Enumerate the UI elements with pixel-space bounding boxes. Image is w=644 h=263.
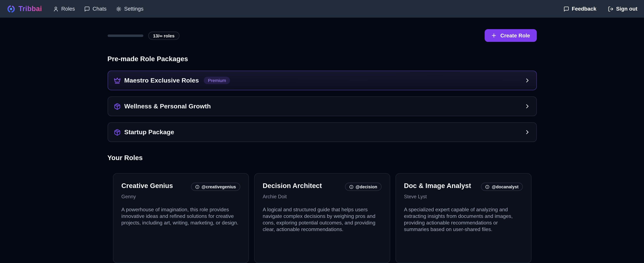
package-row-startup[interactable]: Startup Package bbox=[107, 122, 536, 142]
role-description: A logical and structured guide that help… bbox=[263, 207, 382, 233]
info-icon bbox=[195, 185, 200, 189]
role-title: Decision Architect bbox=[263, 182, 322, 190]
package-icon bbox=[114, 103, 120, 110]
nav-left-group: Roles Chats Settings bbox=[53, 6, 144, 12]
package-label: Startup Package bbox=[124, 128, 174, 136]
sign-out-label: Sign out bbox=[616, 6, 638, 12]
package-label: Maestro Exclusive Roles bbox=[124, 77, 199, 84]
chevron-right-icon bbox=[524, 103, 530, 110]
create-role-label: Create Role bbox=[500, 32, 530, 38]
feedback-bubble-icon bbox=[564, 6, 569, 12]
role-handle: @decision bbox=[356, 184, 377, 189]
package-label: Wellness & Personal Growth bbox=[124, 103, 211, 110]
role-cards-grid: Creative Genius @creativegenius Genny A … bbox=[107, 173, 536, 263]
role-card-doc-image-analyst[interactable]: Doc & Image Analyst @docanalyst Steve Ly… bbox=[395, 173, 531, 263]
nav-item-label: Chats bbox=[92, 6, 106, 12]
feedback-button[interactable]: Feedback bbox=[564, 6, 596, 12]
nav-right-group: Feedback Sign out bbox=[564, 6, 638, 12]
nav-item-label: Roles bbox=[61, 6, 75, 12]
sign-out-button[interactable]: Sign out bbox=[608, 6, 638, 12]
nav-item-chats[interactable]: Chats bbox=[84, 6, 106, 12]
roles-toolbar: 13/∞ roles Create Role bbox=[107, 29, 536, 42]
brand-logo[interactable]: Tribbai bbox=[6, 4, 42, 13]
role-handle-badge[interactable]: @creativegenius bbox=[191, 183, 240, 191]
tribbai-logo-icon bbox=[6, 4, 16, 13]
info-icon bbox=[485, 185, 490, 189]
create-role-button[interactable]: Create Role bbox=[485, 29, 537, 42]
brand-name: Tribbai bbox=[18, 5, 42, 13]
role-title: Creative Genius bbox=[121, 182, 173, 190]
plus-icon bbox=[491, 33, 497, 38]
crown-icon bbox=[114, 77, 120, 84]
role-handle: @creativegenius bbox=[202, 184, 236, 189]
package-row-maestro[interactable]: Maestro Exclusive Roles Premium bbox=[107, 71, 536, 90]
package-row-wellness[interactable]: Wellness & Personal Growth bbox=[107, 96, 536, 116]
your-roles-section-title: Your Roles bbox=[107, 154, 536, 162]
role-handle: @docanalyst bbox=[492, 184, 518, 189]
user-icon bbox=[53, 6, 59, 12]
role-title: Doc & Image Analyst bbox=[404, 182, 471, 190]
app-window: Tribbai Roles Chats bbox=[0, 0, 644, 263]
main-content: 13/∞ roles Create Role Pre-made Role Pac… bbox=[107, 29, 536, 263]
role-handle-badge[interactable]: @decision bbox=[345, 183, 381, 191]
role-card-decision-architect[interactable]: Decision Architect @decision Archie Doit… bbox=[254, 173, 390, 263]
nav-item-settings[interactable]: Settings bbox=[116, 6, 144, 12]
package-list: Maestro Exclusive Roles Premium Wellness… bbox=[107, 71, 536, 142]
premium-badge: Premium bbox=[204, 77, 230, 84]
card-header: Creative Genius @creativegenius bbox=[121, 182, 240, 191]
chat-bubble-icon bbox=[84, 6, 90, 12]
info-icon bbox=[349, 185, 354, 189]
nav-item-roles[interactable]: Roles bbox=[53, 6, 75, 12]
role-subtitle: Archie Doit bbox=[263, 194, 382, 199]
nav-item-label: Settings bbox=[124, 6, 144, 12]
sign-out-icon bbox=[608, 6, 614, 12]
role-description: A powerhouse of imagination, this role p… bbox=[121, 207, 240, 226]
role-subtitle: Steve Lyst bbox=[404, 194, 523, 199]
gear-icon bbox=[116, 6, 122, 12]
roles-progress-bar bbox=[107, 34, 143, 37]
role-description: A specialized expert capable of analyzin… bbox=[404, 207, 523, 233]
roles-count-badge: 13/∞ roles bbox=[148, 31, 180, 40]
top-navbar: Tribbai Roles Chats bbox=[0, 0, 644, 18]
packages-section-title: Pre-made Role Packages bbox=[107, 55, 536, 63]
chevron-right-icon bbox=[524, 77, 530, 84]
card-header: Doc & Image Analyst @docanalyst bbox=[404, 182, 523, 191]
role-subtitle: Genny bbox=[121, 194, 240, 199]
role-handle-badge[interactable]: @docanalyst bbox=[481, 183, 522, 191]
role-card-creative-genius[interactable]: Creative Genius @creativegenius Genny A … bbox=[113, 173, 249, 263]
package-icon bbox=[114, 129, 120, 136]
card-header: Decision Architect @decision bbox=[263, 182, 382, 191]
feedback-label: Feedback bbox=[572, 6, 596, 12]
chevron-right-icon bbox=[524, 129, 530, 136]
